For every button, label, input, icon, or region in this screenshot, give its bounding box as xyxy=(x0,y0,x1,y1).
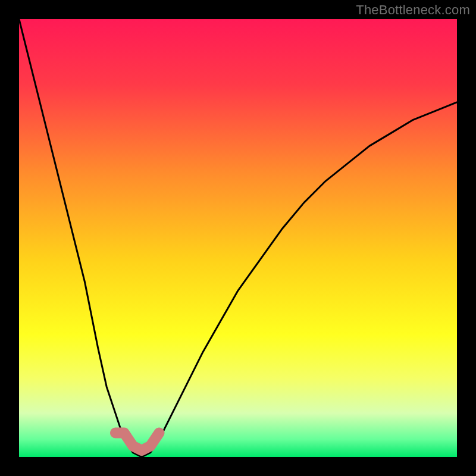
plot-area xyxy=(19,19,457,457)
optimal-region-marker xyxy=(115,433,159,451)
watermark-text: TheBottleneck.com xyxy=(356,2,470,18)
curve-layer xyxy=(19,19,457,457)
chart-frame: TheBottleneck.com xyxy=(0,0,476,476)
bottleneck-curve xyxy=(19,19,457,457)
